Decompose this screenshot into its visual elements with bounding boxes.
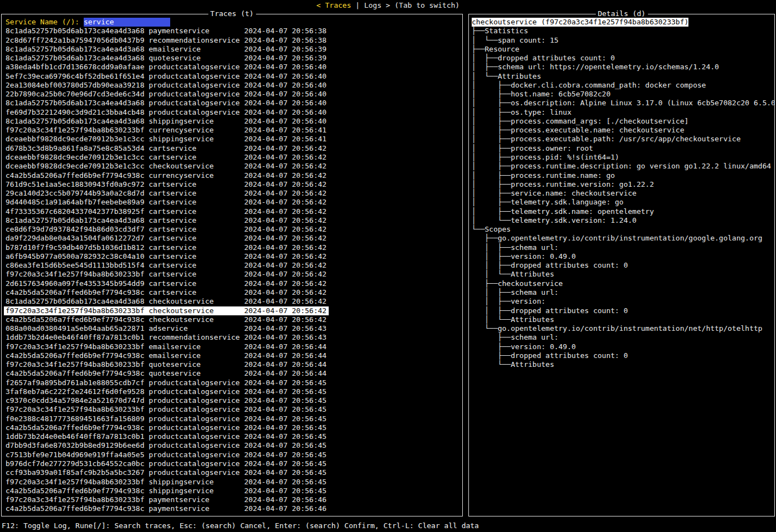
trace-row[interactable]: 9d440485c1a91a64abfb7feebebe89a9cartserv… <box>4 198 329 207</box>
detail-tree-node[interactable]: ├──checkoutservice <box>472 279 774 288</box>
trace-row[interactable]: 2c8d67ff7242a1ba75947056db0437b9recommen… <box>4 36 329 45</box>
detail-tree-node[interactable]: │ ├──schema url: <box>472 288 774 297</box>
detail-tree-node[interactable]: ├──Statistics <box>472 27 774 35</box>
trace-row[interactable]: c4a2b5da5206a7ffed6b9ef7794c938cquoteser… <box>4 369 329 378</box>
detail-tree-node[interactable]: │ ├──telemetry.sdk.language: go <box>472 198 774 207</box>
tab-logs[interactable]: Logs > <box>364 1 390 9</box>
trace-row[interactable]: dceaebbf9828dc9ecde70912b3e1c3cccartserv… <box>4 153 329 162</box>
trace-row[interactable]: 761d9c51e1aa5ec18830943fd0a9c972cartserv… <box>4 180 329 189</box>
detail-tree-node[interactable]: └──Attributes <box>472 360 774 369</box>
trace-row[interactable]: 2ea13084ebf003780d57db90eaa39218productc… <box>4 81 329 90</box>
service-name: cartservice <box>149 216 244 225</box>
trace-row[interactable]: 29ca140d23cc5b079744b93a0a2c8d7dcartserv… <box>4 189 329 198</box>
trace-row[interactable]: 8c1ada52757b05d6ab173ca4ea4d3a68cartserv… <box>4 216 329 225</box>
trace-row[interactable]: ce8d6f39d7d937842f94b86d03cd3df7cartserv… <box>4 225 329 234</box>
detail-tree-node[interactable]: │ ├──process.command_args: [./checkoutse… <box>472 117 774 126</box>
trace-row[interactable]: f97c20a3c34f1e257f94ba8b630233bfproductc… <box>4 405 329 414</box>
detail-tree-node[interactable]: │ ├──host.name: 6cb5e7082c20 <box>472 90 774 99</box>
trace-row[interactable]: c9370c0cdd34a57984e2a521670d747dproductc… <box>4 396 329 405</box>
detail-tree-node[interactable]: │ ├──process.pid: %!s(int64=1) <box>472 153 774 162</box>
detail-tree-node[interactable]: └──Scopes <box>472 225 774 234</box>
detail-tree-node[interactable]: │ └──Attributes <box>472 315 774 324</box>
trace-row[interactable]: a6fb945b977a0500a782932c38c04a10cartserv… <box>4 252 329 261</box>
timestamp: 2024-04-07 20:56:42 <box>244 198 326 206</box>
detail-tree-node[interactable]: │ ├──dropped attributes count: 0 <box>472 261 774 270</box>
trace-row[interactable]: c4a2b5da5206a7ffed6b9ef7794c938ccurrency… <box>4 171 329 180</box>
detail-tree-node[interactable]: │ ├──process.runtime.description: go ver… <box>472 162 774 171</box>
trace-row[interactable]: 1ddb73b2d4e0eb46f40ff87a7813c0b1recommen… <box>4 333 329 342</box>
trace-row[interactable]: 3faf8eb7a6c222f2e24612f6d0fe9528productc… <box>4 387 329 396</box>
service-name: productcatalogservice <box>149 63 244 71</box>
trace-row[interactable]: f97c20a3c34f1e257f94ba8b630233bfemailser… <box>4 342 329 351</box>
trace-row[interactable]: 8c1ada52757b05d6ab173ca4ea4d3a68quoteser… <box>4 54 329 63</box>
detail-tree-node[interactable]: │ └──Attributes <box>472 270 774 279</box>
detail-tree-node[interactable]: │ ├──process.executable.path: /usr/src/a… <box>472 135 774 144</box>
trace-row[interactable]: 1ddb73b2d4e0eb46f40ff87a7813c0b1productc… <box>4 432 329 441</box>
detail-tree-node[interactable]: │ ├──version: 0.49.0 <box>472 252 774 261</box>
trace-row[interactable]: a38eda4bfb1cd7d136678cdd9a0afaaeproductc… <box>4 63 329 71</box>
trace-row[interactable]: dceaebbf9828dc9ecde70912b3e1c3cccheckout… <box>4 162 329 171</box>
trace-row[interactable]: b787d10f7f9c59db407d5b1036d1b812cartserv… <box>4 243 329 252</box>
trace-row[interactable]: c4a2b5da5206a7ffed6b9ef7794c938cshipping… <box>4 487 329 495</box>
trace-row[interactable]: 8c1ada52757b05d6ab173ca4ea4d3a68payments… <box>4 27 329 35</box>
detail-tree-node[interactable]: │ └──telemetry.sdk.version: 1.24.0 <box>472 216 774 225</box>
trace-row[interactable]: 5ef7c39eca69796c4bf52dbe61f651e4productc… <box>4 72 329 81</box>
detail-tree-node[interactable]: │ ├──version: <box>472 297 774 306</box>
trace-row[interactable]: f97c20a3c34f1e257f94ba8b630233bfshipping… <box>4 478 329 487</box>
detail-tree-node[interactable]: │ └──span count: 15 <box>472 36 774 45</box>
trace-row[interactable]: f0e2388c4817773689451663fa156809productc… <box>4 415 329 423</box>
trace-row[interactable]: 22b7890ca25b0c70e96d7cd3ede6c34dproductc… <box>4 90 329 99</box>
detail-tree-node[interactable]: └──go.opentelemetry.io/contrib/instrumen… <box>472 324 774 333</box>
trace-row[interactable]: 8c1ada52757b05d6ab173ca4ea4d3a68checkout… <box>4 297 329 306</box>
trace-row[interactable]: b976dcf7de277279d531cb64552ca0bcproductc… <box>4 459 329 468</box>
service-name-search-input[interactable]: service <box>84 18 171 27</box>
trace-row[interactable]: 4f73335367c68204337042377b38925fcartserv… <box>4 207 329 216</box>
trace-row[interactable]: f97c20a3c34f1e257f94ba8b630233bfcartserv… <box>4 270 329 279</box>
trace-id: 8c1ada52757b05d6ab173ca4ea4d3a68 <box>6 45 149 54</box>
detail-tree-node[interactable]: │ ├──process.runtime.version: go1.22.2 <box>472 180 774 189</box>
tab-traces[interactable]: < Traces <box>316 1 351 9</box>
trace-row[interactable]: f97c20a3c34f1e257f94ba8b630233bfquoteser… <box>4 360 329 369</box>
detail-tree-node[interactable]: │ ├──process.runtime.name: go <box>472 171 774 180</box>
trace-row[interactable]: f97c20a3c34f1e257f94ba8b630233bfcheckout… <box>4 306 329 315</box>
detail-tree-node[interactable]: │ ├──process.owner: root <box>472 144 774 153</box>
detail-tree-node[interactable]: ├──go.opentelemetry.io/contrib/instrumen… <box>472 234 774 243</box>
trace-row[interactable]: 8c1ada52757b05d6ab173ca4ea4d3a68shipping… <box>4 117 329 126</box>
trace-row[interactable]: f97c20a3c34f1e257f94ba8b630233bfpayments… <box>4 495 329 504</box>
trace-row[interactable]: c4a2b5da5206a7ffed6b9ef7794c938cpayments… <box>4 504 329 513</box>
detail-tree-node[interactable]: │ ├──schema url: https://opentelemetry.i… <box>472 63 774 71</box>
trace-row[interactable]: 2d6157634960a097fe4353345b954dd9cartserv… <box>4 279 329 288</box>
detail-tree-node[interactable]: │ ├──os.description: Alpine Linux 3.17.0… <box>472 99 774 108</box>
detail-tree-node[interactable]: │ ├──os.type: linux <box>472 108 774 117</box>
detail-tree-node[interactable]: │ ├──process.executable.name: checkoutse… <box>472 126 774 135</box>
detail-tree-node[interactable]: │ ├──dropped attributes count: 0 <box>472 306 774 315</box>
detail-tree-node[interactable]: ├──schema url: <box>472 333 774 342</box>
trace-row[interactable]: 088a00ad0380491a5eb04aab65a22871adservic… <box>4 324 329 333</box>
trace-row[interactable]: d7bb9d3fa6e87032b9b8ed9129b6ee6dproductc… <box>4 441 329 450</box>
details-root-node[interactable]: checkoutservice (f97c20a3c34f1e257f94ba8… <box>472 18 688 27</box>
detail-tree-node[interactable]: │ ├──schema url: <box>472 243 774 252</box>
trace-row[interactable]: c86ea3fe15d6b5ee545d1113bbd515f4cartserv… <box>4 261 329 270</box>
detail-tree-node[interactable]: │ ├──docker.cli.cobra.command_path: dock… <box>472 81 774 90</box>
trace-row[interactable]: c4a2b5da5206a7ffed6b9ef7794c938ccartserv… <box>4 288 329 297</box>
detail-tree-node[interactable]: │ └──Attributes <box>472 72 774 81</box>
trace-row[interactable]: ccf93ba939a01f85afc9b2b5a5bc3267productc… <box>4 468 329 477</box>
trace-row[interactable]: d678b3c3d8b9a861fa8a75e8c85a53d4cartserv… <box>4 144 329 153</box>
detail-tree-node[interactable]: ├──version: 0.49.0 <box>472 342 774 351</box>
trace-row[interactable]: 8c1ada52757b05d6ab173ca4ea4d3a68productc… <box>4 99 329 108</box>
detail-tree-node[interactable]: │ ├──service.name: checkoutservice <box>472 189 774 198</box>
detail-tree-node[interactable]: ├──dropped attributes count: 0 <box>472 351 774 360</box>
trace-row[interactable]: c4a2b5da5206a7ffed6b9ef7794c938cproductc… <box>4 423 329 432</box>
trace-row[interactable]: dceaebbf9828dc9ecde70912b3e1c3ccshipping… <box>4 135 329 144</box>
detail-tree-node[interactable]: │ ├──dropped attributes count: 0 <box>472 54 774 63</box>
trace-row[interactable]: c4a2b5da5206a7ffed6b9ef7794c938cemailser… <box>4 351 329 360</box>
trace-row[interactable]: 8c1ada52757b05d6ab173ca4ea4d3a68emailser… <box>4 45 329 54</box>
detail-tree-node[interactable]: ├──Resource <box>472 45 774 54</box>
trace-row[interactable]: c4a2b5da5206a7ffed6b9ef7794c938ccheckout… <box>4 315 329 324</box>
trace-row[interactable]: da9f229dab8e0a43a1504fa0612272d7cartserv… <box>4 234 329 243</box>
trace-row[interactable]: f2657af9a895bd761ab1e88055cdb7cfproductc… <box>4 378 329 387</box>
trace-row[interactable]: c7513bfe9e71b04d969e919ffa4a05e5productc… <box>4 451 329 459</box>
trace-row[interactable]: fe69d7b32212490c3d9d21c3bba4cb48productc… <box>4 108 329 117</box>
trace-row[interactable]: f97c20a3c34f1e257f94ba8b630233bfcurrency… <box>4 126 329 135</box>
detail-tree-node[interactable]: │ ├──telemetry.sdk.name: opentelemetry <box>472 207 774 216</box>
